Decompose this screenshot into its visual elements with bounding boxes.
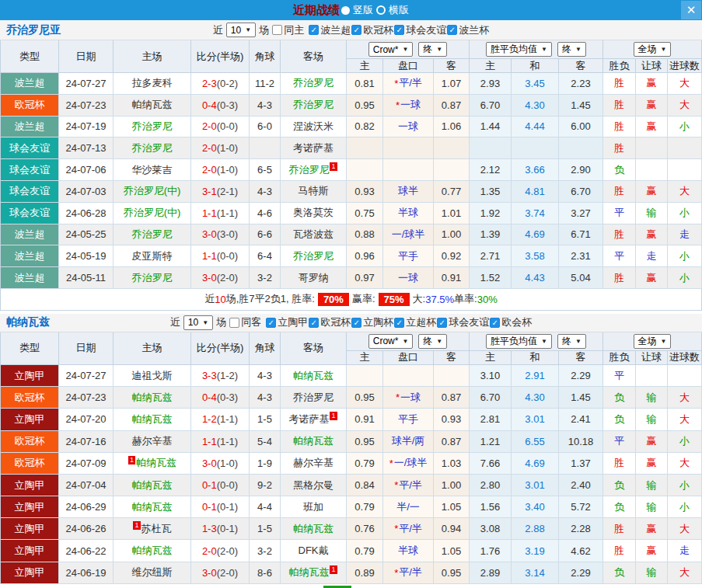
match-row: 波兰超24-07-19乔治罗尼2-0(0-0)6-0涅波沃米0.82一球1.06… (0, 117, 702, 138)
odds-source-select[interactable]: Crow*▼ (368, 42, 414, 57)
fulltime-score: 3-0 (202, 272, 217, 284)
checkbox-icon[interactable] (272, 25, 282, 35)
avg-away: 6.71 (559, 224, 603, 246)
same-venue-checkbox[interactable]: 同主 (272, 23, 304, 37)
halftime-score: (0-0) (217, 250, 238, 262)
league-filter-label: 立陶甲 (278, 315, 308, 329)
league-filter-checkbox[interactable]: ✓波兰杯 (447, 23, 489, 37)
chevron-down-icon: ▼ (436, 46, 442, 53)
league-badge: 球会友谊 (1, 137, 59, 159)
avg-away: 2.90 (559, 159, 603, 181)
odds-group-header: Crow*▼ 终▼ (347, 332, 470, 351)
radio-horizontal-label[interactable]: 横版 (389, 3, 409, 17)
halftime-score: (1-0) (217, 142, 238, 154)
near-label: 近 (170, 315, 180, 329)
match-date: 24-07-06 (59, 159, 114, 181)
handicap-result: 赢 (636, 117, 668, 138)
league-filter-checkbox[interactable]: ✓立陶杯 (351, 315, 393, 329)
home-team: 华沙莱吉 (114, 159, 191, 181)
away-team: 赫尔辛基 (281, 453, 347, 475)
checkbox-icon[interactable]: ✓ (351, 25, 361, 35)
team-label: 哥罗纳 (299, 271, 329, 285)
section-filterbar: 帕纳瓦兹 近 10▼ 场 同客 ✓立陶甲✓欧冠杯✓立陶杯✓立超杯✓球会友谊✓欧会… (0, 314, 702, 332)
checkbox-icon[interactable]: ✓ (309, 25, 319, 35)
fulltime-score: 0-1 (202, 501, 217, 513)
score: 3-0(2-0) (191, 267, 250, 289)
home-team: 帕纳瓦兹 (114, 475, 191, 496)
league-filter-group: ✓立陶甲✓欧冠杯✓立陶杯✓立超杯✓球会友谊✓欧会杯 (266, 315, 532, 329)
league-filter-checkbox[interactable]: ✓球会友谊 (394, 23, 446, 37)
checkbox-icon[interactable]: ✓ (266, 318, 276, 328)
checkbox-icon[interactable] (229, 318, 239, 328)
close-icon: ✕ (686, 3, 697, 17)
odds-final-select[interactable]: 终▼ (418, 42, 447, 57)
handicap-result: 输 (636, 562, 668, 584)
close-button[interactable]: ✕ (681, 1, 701, 19)
match-row: 波兰超24-07-27拉多麦科2-3(0-2)11-2乔治罗尼0.81*平/半1… (0, 73, 702, 95)
avg-source-select[interactable]: 胜平负均值▼ (486, 42, 552, 57)
avg-home: 1.35 (470, 181, 512, 203)
odds-source-select[interactable]: Crow*▼ (368, 334, 414, 349)
chevron-down-icon: ▼ (661, 338, 667, 345)
match-count-select[interactable]: 10▼ (183, 315, 213, 330)
team-label: 考诺萨基 (288, 412, 329, 426)
avg-away: 2.28 (559, 518, 603, 540)
avg-home: 6.70 (470, 95, 512, 117)
score: 3-3(1-2) (191, 365, 250, 387)
match-count-select[interactable]: 10▼ (226, 23, 256, 37)
checkbox-icon[interactable]: ✓ (447, 25, 457, 35)
same-venue-label: 同客 (241, 315, 261, 329)
league-filter-checkbox[interactable]: ✓欧冠杯 (309, 315, 351, 329)
col-goals: 进球数 (668, 351, 702, 365)
star-icon: * (394, 523, 398, 534)
away-team: 马特斯 (281, 181, 347, 203)
radio-vertical-label[interactable]: 竖版 (353, 3, 373, 17)
avg-final-select[interactable]: 终▼ (557, 334, 586, 349)
checkbox-icon[interactable]: ✓ (394, 318, 404, 328)
league-filter-checkbox[interactable]: ✓立超杯 (394, 315, 436, 329)
home-team: 维尔纽斯 (114, 562, 191, 584)
goals-result: 小 (668, 203, 702, 224)
league-filter-checkbox[interactable]: ✓球会友谊 (437, 315, 489, 329)
league-filter-checkbox[interactable]: ✓立陶甲 (266, 315, 308, 329)
radio-selected-icon[interactable] (341, 6, 350, 15)
star-icon: * (394, 479, 398, 491)
halftime-score: (1-1) (217, 436, 238, 447)
fulltime-select[interactable]: 全场▼ (634, 334, 672, 349)
league-filter-checkbox[interactable]: ✓波兰超 (309, 23, 351, 37)
odds-away (434, 159, 470, 181)
result: 平 (603, 245, 636, 267)
fulltime-label: 全场 (638, 335, 657, 348)
match-table-body: 立陶甲24-07-27迪祖戈斯3-3(1-2)4-3帕纳瓦兹3.102.912.… (0, 365, 702, 584)
radio-unselected-icon[interactable] (376, 5, 386, 15)
checkbox-icon[interactable]: ✓ (437, 318, 447, 328)
avg-draw: 2.91 (512, 365, 559, 387)
corner-score: 3-2 (250, 267, 281, 289)
team-label: 考诺萨基 (293, 141, 334, 155)
checkbox-icon[interactable]: ✓ (394, 25, 404, 35)
checkbox-icon[interactable]: ✓ (351, 318, 361, 328)
away-team: 乔治罗尼1 (281, 159, 347, 181)
handicap-label: 平手 (398, 412, 418, 426)
away-team: 乔治罗尼 (281, 95, 347, 117)
league-filter-checkbox[interactable]: ✓欧冠杯 (351, 23, 393, 37)
odds-away: 0.77 (434, 181, 470, 203)
avg-final-select[interactable]: 终▼ (557, 42, 586, 57)
halftime-score: (0-1) (217, 523, 238, 534)
red-flag-badge: 1 (330, 162, 337, 171)
chevron-down-icon: ▼ (245, 26, 251, 33)
checkbox-icon[interactable]: ✓ (490, 318, 500, 328)
same-venue-checkbox[interactable]: 同客 (229, 315, 261, 329)
fulltime-select[interactable]: 全场▼ (634, 42, 672, 57)
odds-final-select[interactable]: 终▼ (418, 334, 447, 349)
result: 胜 (603, 95, 636, 117)
avg-source-label: 胜平负均值 (491, 335, 537, 348)
odds-group-header: Crow*▼ 终▼ (347, 40, 470, 59)
corner-score: 4-6 (250, 203, 281, 224)
goals-result: 小 (668, 117, 702, 138)
avg-group-header: 胜平负均值▼ 终▼ (470, 332, 603, 351)
avg-source-select[interactable]: 胜平负均值▼ (486, 334, 552, 349)
score: 1-1(1-1) (191, 203, 250, 224)
league-filter-checkbox[interactable]: ✓欧会杯 (490, 315, 532, 329)
checkbox-icon[interactable]: ✓ (309, 318, 319, 328)
